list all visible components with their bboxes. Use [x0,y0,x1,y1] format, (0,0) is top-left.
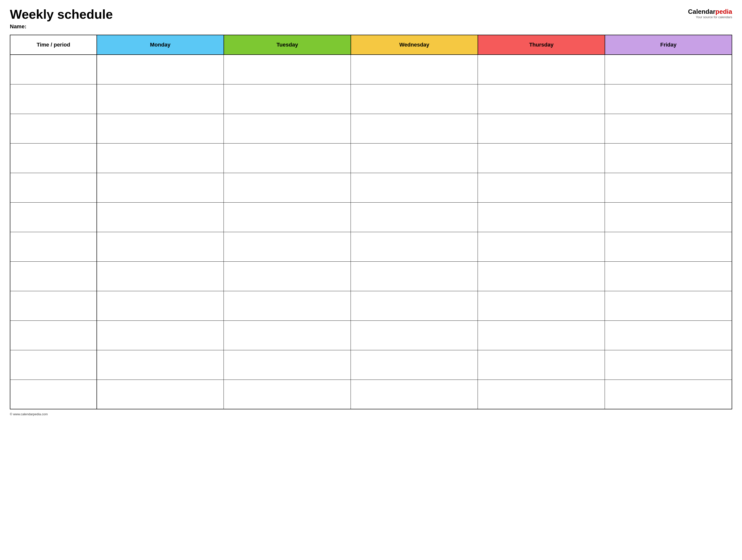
time-cell[interactable] [10,173,97,202]
schedule-cell[interactable] [605,350,732,380]
schedule-cell[interactable] [224,84,351,114]
title-block: Weekly schedule Name: [10,7,113,30]
schedule-cell[interactable] [478,202,605,232]
schedule-cell[interactable] [605,55,732,84]
schedule-cell[interactable] [97,262,224,291]
time-cell[interactable] [10,232,97,262]
schedule-cell[interactable] [478,114,605,143]
table-row [10,202,732,232]
schedule-cell[interactable] [224,262,351,291]
schedule-cell[interactable] [605,173,732,202]
logo-subtitle: Your source for calendars [696,15,732,19]
schedule-cell[interactable] [224,321,351,350]
schedule-cell[interactable] [478,262,605,291]
schedule-cell[interactable] [478,291,605,321]
schedule-cell[interactable] [605,84,732,114]
table-row [10,55,732,84]
schedule-cell[interactable] [605,291,732,321]
table-row [10,114,732,143]
table-row [10,321,732,350]
schedule-cell[interactable] [478,84,605,114]
schedule-cell[interactable] [478,143,605,173]
schedule-cell[interactable] [351,262,478,291]
schedule-cell[interactable] [97,350,224,380]
logo-calendar: Calendar [688,8,716,15]
name-label: Name: [10,23,113,30]
schedule-cell[interactable] [351,321,478,350]
footer: © www.calendarpedia.com [10,412,732,416]
schedule-cell[interactable] [351,380,478,409]
time-cell[interactable] [10,55,97,84]
col-header-wednesday: Wednesday [351,35,478,55]
schedule-cell[interactable] [351,350,478,380]
schedule-table: Time / period Monday Tuesday Wednesday T… [10,35,732,409]
table-row [10,380,732,409]
table-row [10,262,732,291]
schedule-cell[interactable] [97,202,224,232]
schedule-cell[interactable] [605,114,732,143]
schedule-cell[interactable] [97,114,224,143]
schedule-cell[interactable] [224,173,351,202]
schedule-cell[interactable] [224,114,351,143]
schedule-cell[interactable] [351,232,478,262]
page-title: Weekly schedule [10,7,113,21]
schedule-cell[interactable] [97,55,224,84]
schedule-cell[interactable] [224,202,351,232]
schedule-cell[interactable] [224,350,351,380]
logo-pedia: pedia [716,8,732,15]
schedule-cell[interactable] [605,262,732,291]
copyright-text: © www.calendarpedia.com [10,412,48,416]
logo-text: Calendarpedia [688,8,732,15]
header-row: Time / period Monday Tuesday Wednesday T… [10,35,732,55]
schedule-cell[interactable] [97,232,224,262]
col-header-thursday: Thursday [478,35,605,55]
schedule-cell[interactable] [351,291,478,321]
schedule-cell[interactable] [351,202,478,232]
schedule-cell[interactable] [478,232,605,262]
schedule-cell[interactable] [97,321,224,350]
time-cell[interactable] [10,84,97,114]
table-row [10,143,732,173]
schedule-cell[interactable] [605,232,732,262]
schedule-cell[interactable] [224,380,351,409]
schedule-cell[interactable] [351,114,478,143]
schedule-cell[interactable] [351,55,478,84]
schedule-cell[interactable] [97,143,224,173]
col-header-friday: Friday [605,35,732,55]
schedule-cell[interactable] [605,143,732,173]
schedule-cell[interactable] [97,380,224,409]
schedule-cell[interactable] [478,55,605,84]
time-cell[interactable] [10,262,97,291]
time-cell[interactable] [10,321,97,350]
time-cell[interactable] [10,114,97,143]
schedule-cell[interactable] [478,321,605,350]
table-row [10,232,732,262]
time-cell[interactable] [10,202,97,232]
table-row [10,84,732,114]
schedule-cell[interactable] [351,173,478,202]
time-cell[interactable] [10,380,97,409]
logo-block: Calendarpedia Your source for calendars [688,8,732,19]
col-header-tuesday: Tuesday [224,35,351,55]
schedule-cell[interactable] [478,173,605,202]
schedule-cell[interactable] [478,350,605,380]
schedule-cell[interactable] [224,143,351,173]
time-cell[interactable] [10,291,97,321]
table-row [10,350,732,380]
schedule-cell[interactable] [97,291,224,321]
schedule-cell[interactable] [351,84,478,114]
schedule-cell[interactable] [97,84,224,114]
table-row [10,173,732,202]
schedule-cell[interactable] [224,232,351,262]
schedule-cell[interactable] [605,321,732,350]
schedule-cell[interactable] [605,380,732,409]
schedule-cell[interactable] [605,202,732,232]
schedule-cell[interactable] [224,55,351,84]
time-cell[interactable] [10,350,97,380]
schedule-cell[interactable] [351,143,478,173]
schedule-cell[interactable] [478,380,605,409]
time-cell[interactable] [10,143,97,173]
schedule-cell[interactable] [97,173,224,202]
col-header-time: Time / period [10,35,97,55]
schedule-cell[interactable] [224,291,351,321]
